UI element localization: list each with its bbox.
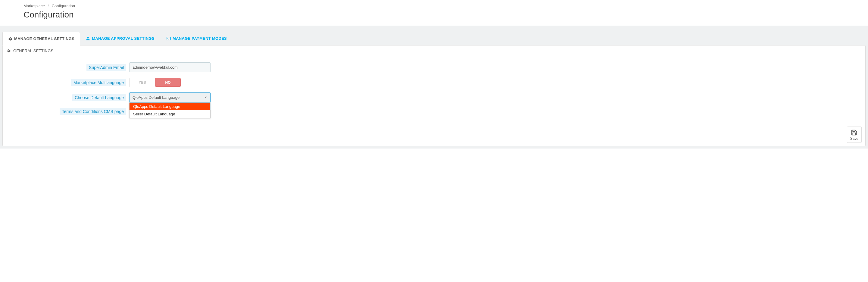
dropdown-option-seller[interactable]: Seller Default Language	[129, 110, 210, 118]
default-language-dropdown: QloApps Default Language Seller Default …	[129, 102, 211, 118]
label-default-language: Choose Default Language	[72, 94, 126, 101]
breadcrumb-separator: /	[48, 4, 49, 8]
svg-point-1	[168, 38, 169, 39]
user-icon	[86, 36, 90, 41]
tab-payment-modes[interactable]: MANAGE PAYMENT MODES	[160, 32, 232, 45]
panel-heading: GENERAL SETTINGS	[3, 45, 865, 56]
label-superadmin-email: SuperAdmin Email	[87, 64, 126, 71]
save-button-label: Save	[850, 136, 858, 141]
panel-heading-text: GENERAL SETTINGS	[13, 49, 53, 53]
save-button[interactable]: Save	[847, 127, 862, 143]
toggle-no-button[interactable]: NO	[155, 78, 181, 87]
label-terms-cms: Terms and Conditions CMS page	[60, 108, 126, 115]
cogs-icon	[8, 37, 12, 41]
money-icon	[166, 36, 171, 41]
tab-general-settings[interactable]: MANAGE GENERAL SETTINGS	[2, 32, 80, 45]
breadcrumb: Marketplace / Configuration	[24, 4, 844, 8]
page-title: Configuration	[24, 10, 844, 20]
save-icon	[851, 129, 858, 136]
default-language-select[interactable]: QloApps Default Language	[129, 93, 211, 102]
superadmin-email-input[interactable]	[129, 62, 211, 72]
breadcrumb-current: Configuration	[52, 4, 75, 8]
tabs: MANAGE GENERAL SETTINGS MANAGE APPROVAL …	[2, 32, 866, 45]
multilanguage-toggle: YES NO	[129, 78, 181, 87]
breadcrumb-root[interactable]: Marketplace	[24, 4, 45, 8]
tab-label: MANAGE PAYMENT MODES	[173, 36, 227, 41]
svg-rect-0	[166, 37, 171, 40]
gear-icon	[7, 49, 11, 53]
tab-label: MANAGE GENERAL SETTINGS	[14, 36, 74, 41]
toggle-yes-button[interactable]: YES	[129, 78, 155, 87]
label-multilanguage: Marketplace Multilanguage	[71, 79, 126, 86]
tab-approval-settings[interactable]: MANAGE APPROVAL SETTINGS	[80, 32, 160, 45]
tab-label: MANAGE APPROVAL SETTINGS	[92, 36, 155, 41]
dropdown-option-qloapps[interactable]: QloApps Default Language	[129, 103, 210, 110]
settings-panel: GENERAL SETTINGS SuperAdmin Email Market…	[2, 45, 866, 146]
